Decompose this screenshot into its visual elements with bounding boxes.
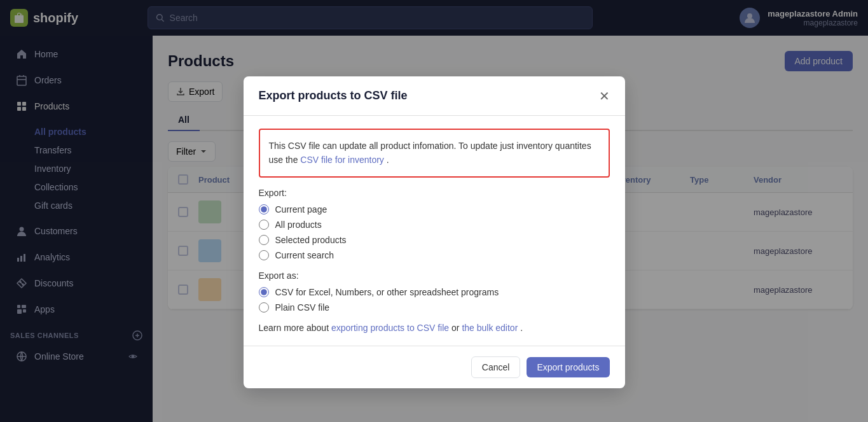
modal-title: Export products to CSV file <box>259 89 408 102</box>
modal-close-button[interactable]: ✕ <box>599 90 610 102</box>
export-modal: Export products to CSV file ✕ This CSV f… <box>244 76 625 388</box>
export-option-current-page[interactable]: Current page <box>259 204 610 215</box>
export-products-button[interactable]: Export products <box>527 357 609 377</box>
radio-all-products[interactable] <box>259 220 269 230</box>
radio-csv-excel[interactable] <box>259 287 269 297</box>
export-option-all-products[interactable]: All products <box>259 220 610 230</box>
export-format-csv-excel[interactable]: CSV for Excel, Numbers, or other spreads… <box>259 287 610 297</box>
info-box: This CSV file can update all product inf… <box>259 129 610 178</box>
export-option-current-page-label: Current page <box>275 204 327 215</box>
info-suffix: . <box>387 155 389 165</box>
modal-footer: Cancel Export products <box>244 346 625 388</box>
export-format-plain-csv[interactable]: Plain CSV file <box>259 302 610 313</box>
radio-selected-products[interactable] <box>259 235 269 245</box>
export-option-selected-products-label: Selected products <box>275 235 347 245</box>
radio-current-page[interactable] <box>259 204 269 215</box>
export-option-selected-products[interactable]: Selected products <box>259 235 610 245</box>
export-format-label: Export as: <box>259 271 610 281</box>
cancel-button[interactable]: Cancel <box>471 356 521 378</box>
export-option-current-search[interactable]: Current search <box>259 250 610 260</box>
export-format-plain-csv-label: Plain CSV file <box>275 302 330 313</box>
export-scope-section: Export: Current page All products Select… <box>259 188 610 260</box>
modal-overlay[interactable]: Export products to CSV file ✕ This CSV f… <box>0 0 868 422</box>
export-scope-label: Export: <box>259 188 610 198</box>
csv-inventory-link[interactable]: CSV file for inventory <box>300 155 384 165</box>
learn-more-export-link[interactable]: exporting products to CSV file <box>331 323 449 333</box>
radio-current-search[interactable] <box>259 250 269 260</box>
export-format-radio-group: CSV for Excel, Numbers, or other spreads… <box>259 287 610 313</box>
learn-more-bulk-editor-link[interactable]: the bulk editor <box>462 323 518 333</box>
export-format-csv-excel-label: CSV for Excel, Numbers, or other spreads… <box>275 287 499 297</box>
modal-body: This CSV file can update all product inf… <box>244 116 625 346</box>
radio-plain-csv[interactable] <box>259 302 269 313</box>
export-format-section: Export as: CSV for Excel, Numbers, or ot… <box>259 271 610 313</box>
export-option-current-search-label: Current search <box>275 250 334 260</box>
learn-more: Learn more about exporting products to C… <box>259 323 610 333</box>
export-option-all-products-label: All products <box>275 220 322 230</box>
modal-header: Export products to CSV file ✕ <box>244 76 625 116</box>
export-scope-radio-group: Current page All products Selected produ… <box>259 204 610 260</box>
